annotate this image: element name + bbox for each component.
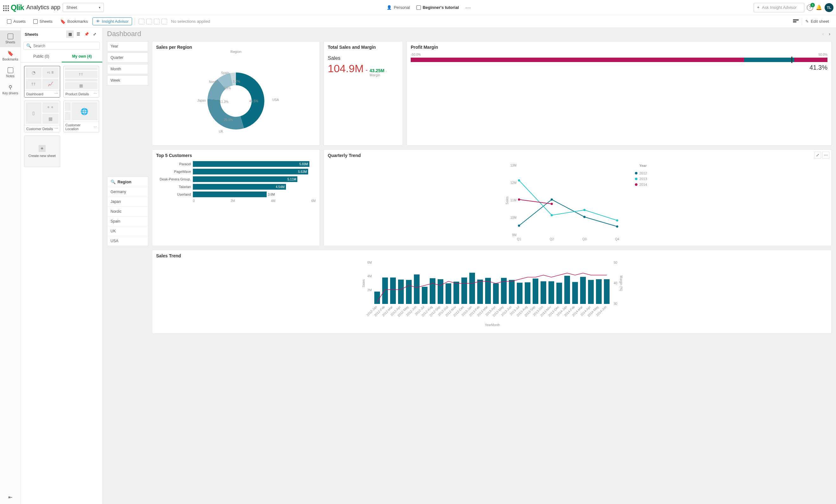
tab-public[interactable]: Public (0): [21, 51, 62, 62]
svg-text:9.9%: 9.9%: [224, 86, 231, 90]
nav-sheets[interactable]: Sheets: [0, 31, 21, 47]
nav-bookmarks[interactable]: 🔖Bookmarks: [0, 47, 21, 64]
step-back-icon[interactable]: [146, 19, 152, 24]
region-item[interactable]: Spain: [107, 216, 148, 226]
sales-trend-chart[interactable]: Sales Trend 2M4M6M304050SalesMargin (%)2…: [152, 250, 832, 334]
svg-text:11.3%: 11.3%: [220, 100, 228, 103]
create-new-sheet[interactable]: + Create new sheet: [24, 136, 60, 167]
svg-rect-50: [414, 274, 420, 304]
expand-icon[interactable]: ⤢: [91, 31, 98, 38]
sheets-search-input[interactable]: [33, 44, 97, 48]
fullscreen-icon[interactable]: ⤢: [814, 152, 821, 159]
pm-bar: [411, 58, 828, 62]
svg-rect-60: [493, 283, 499, 304]
svg-rect-69: [564, 276, 570, 304]
region-item[interactable]: UK: [107, 226, 148, 236]
personal-label: Personal: [394, 5, 410, 10]
bookmarks-button[interactable]: 🔖Bookmarks: [57, 18, 91, 25]
toolbar: Assets Sheets 🔖Bookmarks 👁Insight Adviso…: [0, 15, 836, 28]
svg-text:2014: 2014: [639, 183, 647, 187]
prev-sheet-icon[interactable]: ‹: [821, 31, 825, 37]
svg-rect-72: [588, 280, 594, 304]
sheets-panel-title: Sheets: [25, 32, 38, 37]
svg-text:45.5%: 45.5%: [249, 99, 258, 103]
help-button[interactable]: ?3: [807, 4, 813, 11]
svg-text:10M: 10M: [511, 216, 516, 219]
thumb-menu-icon[interactable]: ⋯: [93, 125, 97, 129]
more-icon[interactable]: ⋯: [822, 152, 829, 159]
svg-text:2M: 2M: [367, 288, 372, 292]
personal-indicator[interactable]: 👤Personal: [385, 4, 412, 11]
app-launcher-icon[interactable]: [2, 5, 8, 11]
user-icon: 👤: [387, 5, 392, 10]
assets-label: Assets: [13, 19, 26, 24]
svg-text:2013: 2013: [639, 177, 647, 181]
nav-rail: Sheets 🔖Bookmarks Notes ⚲Key drivers ⇤: [0, 28, 21, 504]
tab-my-own[interactable]: My own (4): [62, 51, 102, 62]
legend-title: Region: [152, 50, 320, 54]
sheet-thumb-customer-location[interactable]: 🌐 Customer Location⋯: [63, 101, 99, 132]
view-grid-icon[interactable]: ▦: [66, 31, 74, 38]
sheet-thumb-dashboard[interactable]: ◔#1 ≣⫯⫯📈 Dashboard⋯: [24, 66, 60, 97]
region-item[interactable]: Nordic: [107, 207, 148, 216]
nav-notes[interactable]: Notes: [0, 64, 21, 81]
tutorial-link[interactable]: Beginner's tutorial: [415, 4, 461, 11]
pin-icon[interactable]: 📌: [83, 31, 90, 38]
svg-rect-66: [540, 282, 546, 304]
total-sales-kpi[interactable]: Total Sales and Margin Sales 104.9M - 43…: [324, 41, 403, 146]
svg-point-27: [616, 219, 619, 221]
period-year[interactable]: Year: [107, 41, 148, 51]
svg-point-21: [551, 198, 553, 201]
insight-advisor-button[interactable]: 👁Insight Advisor: [93, 17, 132, 25]
sheet-thumb-product[interactable]: ⫯⫯▦ Product Details⋯: [63, 66, 99, 97]
sheet-dropdown[interactable]: Sheet▾: [63, 3, 104, 12]
svg-rect-54: [445, 283, 451, 304]
thumb-menu-icon[interactable]: ⋯: [55, 92, 58, 96]
svg-text:50: 50: [614, 261, 618, 264]
user-avatar[interactable]: TL: [824, 3, 834, 12]
region-item[interactable]: USA: [107, 236, 148, 246]
assets-button[interactable]: Assets: [4, 18, 29, 25]
quarterly-trend-chart[interactable]: Quarterly Trend ⤢⋯ 9M10M11M12M13MQ1Q2Q3Q…: [324, 150, 832, 246]
period-quarter[interactable]: Quarter: [107, 53, 148, 63]
more-menu[interactable]: ⋯: [463, 3, 473, 12]
top5-customers-chart[interactable]: Top 5 Customers Paracel5.69MPageWave5.63…: [152, 150, 320, 246]
period-month[interactable]: Month: [107, 64, 148, 74]
sheets-button[interactable]: Sheets: [30, 18, 55, 25]
svg-text:9M: 9M: [512, 233, 516, 237]
step-fwd-icon[interactable]: [154, 19, 159, 24]
svg-text:UK: UK: [219, 130, 223, 133]
view-list-icon[interactable]: ☰: [74, 31, 82, 38]
svg-text:Spain: Spain: [221, 71, 229, 75]
edit-sheet-button[interactable]: ✎Edit sheet: [802, 18, 832, 25]
insight-search[interactable]: ✦Ask Insight Advisor: [754, 3, 804, 12]
region-item[interactable]: Germany: [107, 187, 148, 197]
assets-icon: [7, 19, 12, 24]
sheets-search[interactable]: 🔍: [23, 42, 100, 50]
sheet-title: Dashboard: [107, 30, 821, 38]
svg-text:6M: 6M: [367, 261, 372, 264]
clear-sel-icon[interactable]: [162, 19, 167, 24]
svg-point-35: [635, 183, 638, 186]
kpi-dot: ·: [385, 69, 387, 73]
smart-search-icon[interactable]: [139, 19, 145, 24]
region-item[interactable]: Japan: [107, 197, 148, 207]
svg-text:Q1: Q1: [517, 237, 521, 241]
svg-rect-53: [438, 279, 443, 304]
thumb-menu-icon[interactable]: ⋯: [93, 92, 97, 96]
bell-icon[interactable]: 🔔: [816, 4, 822, 11]
collapse-rail-icon[interactable]: ⇤: [8, 494, 12, 500]
next-sheet-icon[interactable]: ›: [828, 31, 832, 37]
profit-margin-gauge[interactable]: Profit Margin -50.0%50.0% 41.3%: [406, 41, 832, 146]
kpi-label: Sales: [328, 55, 399, 61]
region-filter: 🔍Region Germany Japan Nordic Spain UK US…: [107, 177, 148, 246]
svg-text:Q4: Q4: [615, 237, 620, 241]
sheets-label: Sheets: [40, 19, 52, 24]
period-week[interactable]: Week: [107, 75, 148, 85]
alternate-states-icon[interactable]: [793, 19, 799, 24]
nav-keydrivers[interactable]: ⚲Key drivers: [0, 81, 21, 98]
sales-per-region-chart[interactable]: Sales per Region Region: [152, 41, 320, 146]
thumb-label: Customer Details: [26, 127, 53, 131]
sheet-thumb-customer-details[interactable]: ▯⚬⚬▦ Customer Details⋯: [24, 101, 60, 132]
thumb-menu-icon[interactable]: ⋯: [55, 127, 58, 131]
